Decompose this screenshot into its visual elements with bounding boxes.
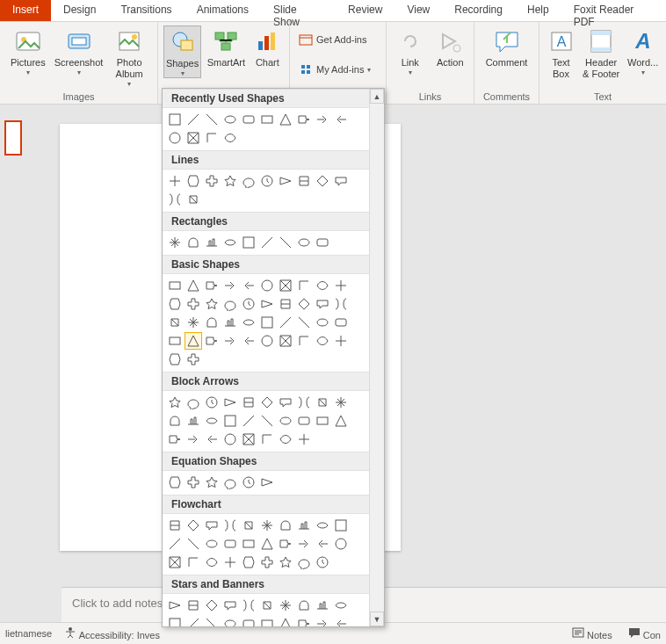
shape-option[interactable] <box>295 597 313 614</box>
shape-option[interactable] <box>185 554 202 571</box>
scroll-track[interactable] <box>370 104 384 611</box>
shape-option[interactable] <box>203 332 221 350</box>
shape-option[interactable] <box>240 394 257 411</box>
shape-option[interactable] <box>295 277 313 294</box>
shape-option[interactable] <box>277 277 294 294</box>
shape-option[interactable] <box>185 412 202 430</box>
shape-option[interactable] <box>240 234 257 251</box>
shape-option[interactable] <box>185 615 202 626</box>
shape-option[interactable] <box>240 431 257 448</box>
shape-option[interactable] <box>185 597 202 614</box>
shape-option[interactable] <box>277 314 294 331</box>
shape-option[interactable] <box>314 277 331 294</box>
shape-option[interactable] <box>166 295 184 313</box>
tab-slideshow[interactable]: Slide Show <box>261 0 336 21</box>
shape-option[interactable] <box>277 517 294 534</box>
tab-animations[interactable]: Animations <box>185 0 261 21</box>
shape-option[interactable] <box>258 412 276 430</box>
shape-option[interactable] <box>203 129 221 147</box>
shape-option[interactable] <box>277 597 294 614</box>
shape-option[interactable] <box>240 332 257 350</box>
shape-option[interactable] <box>221 431 239 448</box>
shape-option[interactable] <box>221 474 239 491</box>
shape-option[interactable] <box>314 597 331 614</box>
shape-option[interactable] <box>314 332 331 350</box>
tab-help[interactable]: Help <box>515 0 561 21</box>
shape-option[interactable] <box>277 111 294 128</box>
shape-option[interactable] <box>166 412 184 430</box>
shapes-button[interactable]: Shapes ▾ <box>163 25 201 78</box>
get-addins-button[interactable]: Get Add-ins <box>295 31 380 48</box>
shape-option[interactable] <box>295 111 313 128</box>
shape-option[interactable] <box>314 554 331 571</box>
shape-option[interactable] <box>332 615 350 626</box>
shape-option[interactable] <box>203 431 221 448</box>
shape-option[interactable] <box>221 535 239 553</box>
shape-option[interactable] <box>203 172 221 190</box>
shape-option[interactable] <box>258 554 276 571</box>
shape-option[interactable] <box>332 535 350 553</box>
shape-option[interactable] <box>314 412 331 430</box>
shape-option[interactable] <box>221 295 239 313</box>
scroll-up-button[interactable]: ▲ <box>370 89 384 104</box>
shape-option[interactable] <box>166 172 184 190</box>
shape-option[interactable] <box>314 295 331 313</box>
shape-option[interactable] <box>185 295 202 313</box>
shape-option[interactable] <box>203 517 221 534</box>
tab-view[interactable]: View <box>395 0 442 21</box>
shape-option[interactable] <box>185 234 202 251</box>
shape-option[interactable] <box>221 129 239 147</box>
shape-option[interactable] <box>332 314 350 331</box>
wordart-button[interactable]: A Word... ▾ <box>625 25 661 80</box>
shape-option[interactable] <box>185 474 202 491</box>
shape-option[interactable] <box>166 535 184 553</box>
shape-option[interactable] <box>185 129 202 147</box>
shape-option[interactable] <box>166 129 184 147</box>
shape-option[interactable] <box>277 394 294 411</box>
shape-option[interactable] <box>295 517 313 534</box>
shape-option[interactable] <box>314 517 331 534</box>
shape-option[interactable] <box>240 295 257 313</box>
shape-option[interactable] <box>277 431 294 448</box>
shape-option[interactable] <box>240 412 257 430</box>
shape-option[interactable] <box>203 111 221 128</box>
textbox-button[interactable]: A Text Box <box>545 25 577 80</box>
shape-option[interactable] <box>258 332 276 350</box>
shape-option[interactable] <box>277 554 294 571</box>
shape-option[interactable] <box>185 277 202 294</box>
shape-option[interactable] <box>185 172 202 190</box>
shape-option[interactable] <box>203 412 221 430</box>
shape-option[interactable] <box>166 351 184 368</box>
shape-option[interactable] <box>332 597 350 614</box>
shape-option[interactable] <box>203 535 221 553</box>
shape-option[interactable] <box>203 554 221 571</box>
shape-option[interactable] <box>203 394 221 411</box>
shape-option[interactable] <box>295 172 313 190</box>
shape-option[interactable] <box>332 295 350 313</box>
shape-option[interactable] <box>314 172 331 190</box>
slide-thumb-1[interactable] <box>4 120 22 156</box>
shape-option[interactable] <box>166 314 184 331</box>
shape-option[interactable] <box>166 431 184 448</box>
shape-option[interactable] <box>185 332 202 350</box>
shape-option[interactable] <box>295 535 313 553</box>
shape-option[interactable] <box>185 191 202 208</box>
shape-option[interactable] <box>295 295 313 313</box>
shape-option[interactable] <box>314 234 331 251</box>
scroll-down-button[interactable]: ▼ <box>370 611 384 626</box>
shape-option[interactable] <box>332 394 350 411</box>
shape-option[interactable] <box>258 535 276 553</box>
comment-button[interactable]: Comment <box>480 25 533 69</box>
header-footer-button[interactable]: Header & Footer <box>581 25 621 80</box>
shape-option[interactable] <box>258 277 276 294</box>
shape-option[interactable] <box>221 332 239 350</box>
shape-option[interactable] <box>166 615 184 626</box>
shape-option[interactable] <box>185 111 202 128</box>
shape-option[interactable] <box>203 474 221 491</box>
scrollbar[interactable]: ▲ ▼ <box>369 89 384 626</box>
tab-design[interactable]: Design <box>51 0 108 21</box>
shape-option[interactable] <box>258 615 276 626</box>
shape-option[interactable] <box>221 314 239 331</box>
shape-option[interactable] <box>221 412 239 430</box>
shape-option[interactable] <box>258 295 276 313</box>
